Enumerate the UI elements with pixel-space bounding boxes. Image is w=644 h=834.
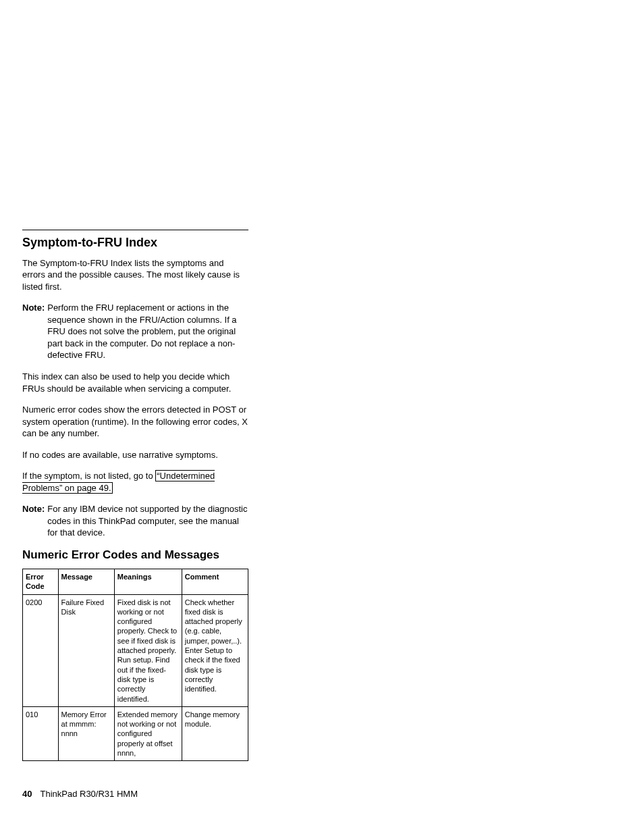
cell-message: Failure Fixed Disk	[58, 594, 114, 706]
page-content: Symptom-to-FRU Index The Symptom-to-FRU …	[22, 230, 248, 761]
note-2: Note: For any IBM device not supported b…	[22, 503, 248, 539]
note-1-body: Perform the FRU replacement or actions i…	[47, 302, 248, 361]
th-message: Message	[58, 569, 114, 594]
note-1: Note: Perform the FRU replacement or act…	[22, 302, 248, 361]
th-comment: Comment	[182, 569, 248, 594]
cell-error-code: 010	[23, 706, 59, 760]
page: Symptom-to-FRU Index The Symptom-to-FRU …	[0, 0, 644, 834]
th-error-code: Error Code	[23, 569, 59, 594]
error-codes-table: Error Code Message Meanings Comment 0200…	[22, 569, 248, 761]
table-header-row: Error Code Message Meanings Comment	[23, 569, 248, 594]
paragraph-numeric-codes: Numeric error codes show the errors dete…	[22, 404, 248, 440]
cell-comment: Change memory module.	[182, 706, 248, 760]
note-2-label: Note:	[22, 503, 47, 539]
heading-numeric-error-codes: Numeric Error Codes and Messages	[22, 548, 248, 562]
cell-meanings: Fixed disk is not working or not configu…	[114, 594, 182, 706]
paragraph-no-codes: If no codes are available, use narrative…	[22, 449, 248, 461]
paragraph-symptom-not-listed-text: If the symptom, is not listed, go to	[22, 471, 155, 481]
cell-message: Memory Error at mmmm: nnnn	[58, 706, 114, 760]
note-1-label: Note:	[22, 302, 47, 361]
cell-meanings: Extended memory not working or not confi…	[114, 706, 182, 760]
th-meanings: Meanings	[114, 569, 182, 594]
page-number: 40	[22, 789, 40, 799]
note-2-body: For any IBM device not supported by the …	[47, 503, 248, 539]
table-row: 0200 Failure Fixed Disk Fixed disk is no…	[23, 594, 248, 706]
footer-title: ThinkPad R30/R31 HMM	[40, 789, 138, 799]
heading-symptom-to-fru: Symptom-to-FRU Index	[22, 236, 248, 251]
intro-paragraph: The Symptom-to-FRU Index lists the sympt…	[22, 257, 248, 293]
heading-rule	[22, 230, 248, 230]
cell-comment: Check whether fixed disk is attached pro…	[182, 594, 248, 706]
paragraph-index-usage: This index can also be used to help you …	[22, 371, 248, 394]
table-row: 010 Memory Error at mmmm: nnnn Extended …	[23, 706, 248, 760]
cell-error-code: 0200	[23, 594, 59, 706]
page-footer: 40ThinkPad R30/R31 HMM	[22, 789, 138, 799]
paragraph-symptom-not-listed: If the symptom, is not listed, go to “Un…	[22, 470, 248, 494]
